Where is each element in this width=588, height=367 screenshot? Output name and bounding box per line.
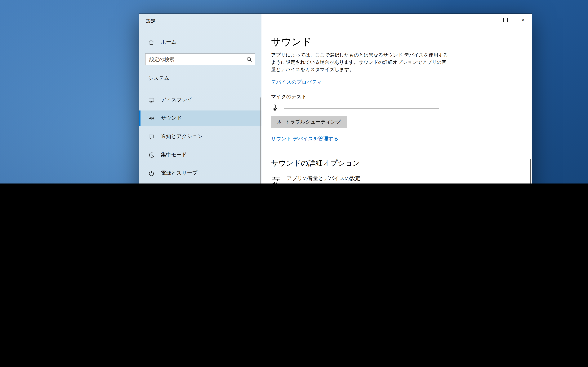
minimize-icon [486,20,490,20]
app-volume-icon [271,176,281,184]
sidebar-item-home[interactable]: ホーム [139,34,261,50]
window-scrollbar[interactable] [530,159,531,184]
settings-search-box[interactable] [145,53,255,65]
troubleshoot-label: トラブルシューティング [285,118,341,125]
sidebar-item-label: 集中モード [161,151,187,158]
maximize-button[interactable] [496,14,514,26]
sidebar-section-label: システム [148,75,169,82]
settings-search-input[interactable] [146,56,247,62]
page-title: サウンド [271,35,532,48]
search-icon [247,57,252,62]
mic-test-row [271,104,532,112]
mic-test-label: マイクのテスト [271,93,532,100]
close-button[interactable]: × [514,14,532,26]
sidebar-item-sound[interactable]: サウンド [139,110,261,126]
sound-settings-panel: サウンド アプリによっては、ここで選択したものとは異なるサウンド デバイスを使用… [261,26,532,184]
sidebar-item-label: 通知とアクション [161,133,203,140]
sidebar-item-focus[interactable]: 集中モード [139,147,261,162]
settings-sidebar: ホーム システム ディスプレイ サウンド [139,14,261,184]
settings-window: 設定 × ホーム システム ディスプレイ [139,14,532,184]
speaker-icon [148,115,155,121]
screen: 設定 × ホーム システム ディスプレイ [0,0,588,184]
manage-sound-devices-link[interactable]: サウンド デバイスを管理する [271,135,532,142]
sidebar-scrollbar[interactable] [260,98,261,184]
app-volume-row[interactable]: アプリの音量とデバイスの設定 アプリの音量と、アプリで使用するスピーカーやデバイ… [271,175,532,184]
minimize-button[interactable] [479,14,496,26]
window-title: 設定 [146,18,156,25]
device-properties-link[interactable]: デバイスのプロパティ [271,79,532,86]
troubleshoot-button[interactable]: ⚠ トラブルシューティング [271,116,347,128]
sidebar-item-label: ディスプレイ [161,96,192,103]
warning-icon: ⚠ [277,119,282,125]
app-volume-texts: アプリの音量とデバイスの設定 アプリの音量と、アプリで使用するスピーカーやデバイ… [287,175,453,184]
power-icon [148,170,155,176]
advanced-options-heading: サウンドの詳細オプション [271,158,532,168]
window-caption-buttons: × [479,14,532,26]
home-icon [148,39,155,45]
display-icon [148,97,155,103]
microphone-icon [271,104,279,112]
sidebar-nav: ディスプレイ サウンド 通知とアクション 集中モード 電源とスリープ [139,92,261,184]
mic-level-bar [284,108,439,108]
sidebar-item-label: 電源とスリープ [161,170,198,177]
sidebar-item-label: サウンド [161,115,182,122]
app-volume-title: アプリの音量とデバイスの設定 [287,175,453,182]
sidebar-item-display[interactable]: ディスプレイ [139,92,261,108]
sound-description: アプリによっては、ここで選択したものとは異なるサウンド デバイスを使用するように… [271,52,451,73]
moon-icon [148,151,155,158]
sidebar-home-label: ホーム [161,39,176,45]
sidebar-item-notifications[interactable]: 通知とアクション [139,129,261,144]
sidebar-item-power[interactable]: 電源とスリープ [139,166,261,181]
notifications-icon [148,133,155,140]
maximize-icon [503,18,507,22]
